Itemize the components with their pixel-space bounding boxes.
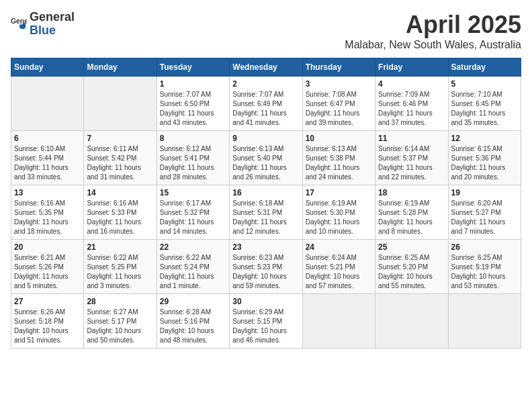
calendar-cell: 13Sunrise: 6:16 AMSunset: 5:35 PMDayligh… [11,185,84,240]
day-number: 29 [160,297,226,306]
calendar-week-4: 20Sunrise: 6:21 AMSunset: 5:26 PMDayligh… [11,240,521,294]
calendar-cell: 24Sunrise: 6:24 AMSunset: 5:21 PMDayligh… [302,240,375,294]
calendar-header-row: SundayMondayTuesdayWednesdayThursdayFrid… [11,58,521,77]
day-number: 14 [87,188,153,197]
day-info: Sunrise: 6:25 AMSunset: 5:19 PMDaylight:… [451,253,518,291]
calendar-cell: 16Sunrise: 6:18 AMSunset: 5:31 PMDayligh… [230,185,302,240]
calendar-cell: 23Sunrise: 6:23 AMSunset: 5:23 PMDayligh… [230,240,302,294]
day-number: 24 [306,242,372,252]
day-info: Sunrise: 6:10 AMSunset: 5:44 PMDaylight:… [14,144,81,182]
calendar-cell: 29Sunrise: 6:28 AMSunset: 5:16 PMDayligh… [157,294,229,349]
calendar-cell: 3Sunrise: 7:08 AMSunset: 6:47 PMDaylight… [302,77,375,131]
day-header-thursday: Thursday [302,58,375,77]
day-number: 4 [378,79,445,89]
day-number: 8 [160,134,226,143]
logo-general: General [30,11,75,24]
day-info: Sunrise: 6:29 AMSunset: 5:15 PMDaylight:… [232,308,299,345]
day-info: Sunrise: 6:13 AMSunset: 5:40 PMDaylight:… [232,144,299,182]
day-info: Sunrise: 6:12 AMSunset: 5:41 PMDaylight:… [160,144,226,182]
day-header-sunday: Sunday [11,58,84,77]
calendar-cell: 5Sunrise: 7:10 AMSunset: 6:45 PMDaylight… [448,77,521,131]
day-info: Sunrise: 6:18 AMSunset: 5:31 PMDaylight:… [232,199,299,236]
calendar-cell: 8Sunrise: 6:12 AMSunset: 5:41 PMDaylight… [157,131,229,185]
calendar-cell: 22Sunrise: 6:22 AMSunset: 5:24 PMDayligh… [157,240,229,294]
day-number: 16 [232,188,299,197]
day-number: 27 [14,297,81,306]
day-number: 18 [378,188,445,197]
day-number: 5 [451,79,518,89]
calendar-cell [448,294,521,349]
day-info: Sunrise: 6:21 AMSunset: 5:26 PMDaylight:… [14,253,81,291]
calendar-cell: 26Sunrise: 6:25 AMSunset: 5:19 PMDayligh… [448,240,521,294]
day-info: Sunrise: 7:07 AMSunset: 6:49 PMDaylight:… [232,90,299,128]
day-header-tuesday: Tuesday [157,58,229,77]
calendar-week-2: 6Sunrise: 6:10 AMSunset: 5:44 PMDaylight… [11,131,521,185]
day-info: Sunrise: 6:16 AMSunset: 5:35 PMDaylight:… [14,199,81,236]
header: General General Blue April 2025 Malabar,… [11,11,521,51]
day-number: 9 [232,134,299,143]
day-info: Sunrise: 6:28 AMSunset: 5:16 PMDaylight:… [160,308,226,345]
calendar-cell: 6Sunrise: 6:10 AMSunset: 5:44 PMDaylight… [11,131,84,185]
calendar-cell: 18Sunrise: 6:19 AMSunset: 5:28 PMDayligh… [375,185,448,240]
day-info: Sunrise: 6:27 AMSunset: 5:17 PMDaylight:… [87,308,153,345]
calendar-cell: 9Sunrise: 6:13 AMSunset: 5:40 PMDaylight… [230,131,302,185]
title-area: April 2025 Malabar, New South Wales, Aus… [345,11,521,51]
day-number: 10 [306,134,372,143]
calendar-cell: 19Sunrise: 6:20 AMSunset: 5:27 PMDayligh… [448,185,521,240]
day-number: 28 [87,297,153,306]
calendar-cell: 10Sunrise: 6:13 AMSunset: 5:38 PMDayligh… [302,131,375,185]
subtitle: Malabar, New South Wales, Australia [345,39,521,51]
calendar-cell [11,77,84,131]
day-header-monday: Monday [84,58,157,77]
day-info: Sunrise: 6:22 AMSunset: 5:24 PMDaylight:… [160,253,226,291]
day-number: 19 [451,188,518,197]
day-info: Sunrise: 6:14 AMSunset: 5:37 PMDaylight:… [378,144,445,182]
day-number: 1 [160,79,226,89]
day-number: 3 [306,79,372,89]
calendar-week-5: 27Sunrise: 6:26 AMSunset: 5:18 PMDayligh… [11,294,521,349]
calendar-cell: 21Sunrise: 6:22 AMSunset: 5:25 PMDayligh… [84,240,157,294]
day-info: Sunrise: 7:10 AMSunset: 6:45 PMDaylight:… [451,90,518,128]
day-header-wednesday: Wednesday [230,58,302,77]
calendar-cell [375,294,448,349]
calendar-table: SundayMondayTuesdayWednesdayThursdayFrid… [11,58,521,349]
day-info: Sunrise: 7:09 AMSunset: 6:46 PMDaylight:… [378,90,445,128]
calendar-cell [302,294,375,349]
day-number: 21 [87,242,153,252]
calendar-cell: 12Sunrise: 6:15 AMSunset: 5:36 PMDayligh… [448,131,521,185]
main-title: April 2025 [345,11,521,39]
day-number: 30 [232,297,299,306]
day-number: 12 [451,134,518,143]
calendar-cell: 15Sunrise: 6:17 AMSunset: 5:32 PMDayligh… [157,185,229,240]
logo-icon: General [11,16,27,32]
calendar-cell: 2Sunrise: 7:07 AMSunset: 6:49 PMDaylight… [230,77,302,131]
calendar-cell: 4Sunrise: 7:09 AMSunset: 6:46 PMDaylight… [375,77,448,131]
day-number: 15 [160,188,226,197]
calendar-cell: 25Sunrise: 6:25 AMSunset: 5:20 PMDayligh… [375,240,448,294]
day-number: 20 [14,242,81,252]
calendar-cell [84,77,157,131]
calendar-cell: 17Sunrise: 6:19 AMSunset: 5:30 PMDayligh… [302,185,375,240]
calendar-week-1: 1Sunrise: 7:07 AMSunset: 6:50 PMDaylight… [11,77,521,131]
day-info: Sunrise: 7:08 AMSunset: 6:47 PMDaylight:… [306,90,372,128]
day-number: 23 [232,242,299,252]
calendar-cell: 14Sunrise: 6:16 AMSunset: 5:33 PMDayligh… [84,185,157,240]
calendar-cell: 1Sunrise: 7:07 AMSunset: 6:50 PMDaylight… [157,77,229,131]
day-number: 13 [14,188,81,197]
day-info: Sunrise: 6:23 AMSunset: 5:23 PMDaylight:… [232,253,299,291]
day-info: Sunrise: 6:17 AMSunset: 5:32 PMDaylight:… [160,199,226,236]
calendar-cell: 11Sunrise: 6:14 AMSunset: 5:37 PMDayligh… [375,131,448,185]
day-info: Sunrise: 6:13 AMSunset: 5:38 PMDaylight:… [306,144,372,182]
day-number: 2 [232,79,299,89]
day-info: Sunrise: 6:19 AMSunset: 5:30 PMDaylight:… [306,199,372,236]
logo-blue: Blue [30,24,75,38]
calendar-week-3: 13Sunrise: 6:16 AMSunset: 5:35 PMDayligh… [11,185,521,240]
day-header-saturday: Saturday [448,58,521,77]
day-number: 26 [451,242,518,252]
calendar-cell: 27Sunrise: 6:26 AMSunset: 5:18 PMDayligh… [11,294,84,349]
day-number: 25 [378,242,445,252]
day-info: Sunrise: 6:16 AMSunset: 5:33 PMDaylight:… [87,199,153,236]
day-info: Sunrise: 6:24 AMSunset: 5:21 PMDaylight:… [306,253,372,291]
day-info: Sunrise: 6:20 AMSunset: 5:27 PMDaylight:… [451,199,518,236]
day-info: Sunrise: 6:11 AMSunset: 5:42 PMDaylight:… [87,144,153,182]
